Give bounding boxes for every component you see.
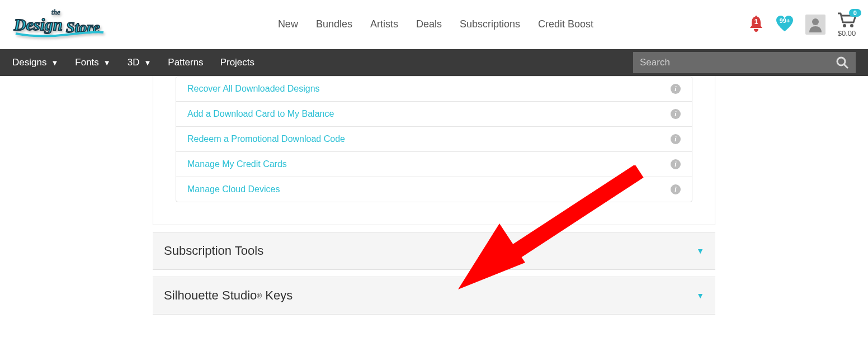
link-label: Manage My Credit Cards [187, 159, 287, 169]
nav-fonts-label: Fonts [75, 57, 99, 68]
search-input[interactable] [633, 52, 829, 73]
link-manage-cards[interactable]: Manage My Credit Cards i [176, 152, 692, 177]
primary-nav: New Bundles Artists Deals Subscriptions … [278, 18, 593, 30]
search-container [633, 52, 856, 73]
link-label: Redeem a Promotional Download Code [187, 134, 345, 144]
nav-designs[interactable]: Designs ▼ [12, 57, 58, 68]
accordion-header-studio-keys[interactable]: Silhouette Studio® Keys ▼ [153, 277, 715, 315]
link-label: Add a Download Card to My Balance [187, 109, 334, 119]
link-add-download-card[interactable]: Add a Download Card to My Balance i [176, 102, 692, 127]
secondary-nav: Designs ▼ Fonts ▼ 3D ▼ Patterns Projects [0, 49, 868, 76]
link-label: Recover All Downloaded Designs [187, 84, 320, 94]
favorites-badge: 99+ [780, 17, 790, 24]
svg-point-3 [812, 18, 819, 25]
svg-text:Design: Design [13, 15, 63, 34]
accordion-header-subscription-tools[interactable]: Subscription Tools ▼ [153, 232, 715, 270]
user-icon [808, 17, 823, 32]
chevron-down-icon: ▼ [696, 291, 704, 300]
nav-credit-boost[interactable]: Credit Boost [538, 18, 593, 30]
info-icon[interactable]: i [671, 84, 681, 94]
svg-point-4 [843, 24, 846, 27]
content-area: Recover All Downloaded Designs i Add a D… [153, 76, 715, 348]
user-account-button[interactable] [805, 15, 825, 35]
nav-projects-label: Projects [220, 57, 254, 68]
accordion-studio-keys: Silhouette Studio® Keys ▼ [153, 277, 715, 315]
nav-3d[interactable]: 3D ▼ [128, 57, 152, 68]
svg-point-6 [837, 58, 845, 65]
nav-patterns[interactable]: Patterns [168, 57, 203, 68]
svg-point-5 [850, 24, 853, 27]
logo[interactable]: the Design Store [11, 6, 123, 44]
nav-bundles[interactable]: Bundles [316, 18, 352, 30]
favorites-button[interactable]: 99+ [775, 15, 794, 34]
chevron-down-icon: ▼ [103, 59, 111, 67]
nav-designs-label: Designs [12, 57, 46, 68]
nav-deals[interactable]: Deals [416, 18, 442, 30]
links-list: Recover All Downloaded Designs i Add a D… [176, 76, 692, 202]
search-icon [836, 56, 848, 69]
main-header: the Design Store New Bundles Artists Dea… [0, 0, 868, 49]
accordion-title-main: Silhouette Studio [164, 288, 257, 302]
nav-fonts[interactable]: Fonts ▼ [75, 57, 110, 68]
design-store-logo: the Design Store [11, 6, 109, 44]
info-icon[interactable]: i [671, 109, 681, 119]
nav-3d-label: 3D [128, 57, 140, 68]
svg-line-7 [844, 64, 848, 68]
info-icon[interactable]: i [671, 184, 681, 194]
accordion-subscription-tools: Subscription Tools ▼ [153, 232, 715, 270]
accordion-title-suffix: Keys [262, 288, 293, 302]
info-icon[interactable]: i [671, 134, 681, 144]
accordion-title: Subscription Tools [164, 244, 263, 258]
cart-button[interactable]: 0 $0.00 [837, 11, 857, 37]
nav-subscriptions[interactable]: Subscriptions [460, 18, 520, 30]
settings-panel: Recover All Downloaded Designs i Add a D… [153, 76, 715, 225]
link-manage-cloud-devices[interactable]: Manage Cloud Devices i [176, 177, 692, 202]
header-actions: 1 99+ 0 $0.00 [748, 11, 857, 37]
nav-artists[interactable]: Artists [370, 18, 398, 30]
notifications-badge: 1 [754, 18, 758, 26]
accordion-title: Silhouette Studio® Keys [164, 288, 293, 303]
chevron-down-icon: ▼ [51, 59, 58, 67]
info-icon[interactable]: i [671, 159, 681, 169]
nav-projects[interactable]: Projects [220, 57, 254, 68]
cart-count-badge: 0 [849, 9, 861, 17]
registered-mark: ® [257, 292, 262, 300]
nav-patterns-label: Patterns [168, 57, 203, 68]
chevron-down-icon: ▼ [696, 246, 704, 255]
search-button[interactable] [829, 52, 856, 73]
link-label: Manage Cloud Devices [187, 184, 280, 194]
cart-total: $0.00 [838, 29, 856, 37]
nav-new[interactable]: New [278, 18, 298, 30]
chevron-down-icon: ▼ [144, 59, 151, 67]
link-recover-designs[interactable]: Recover All Downloaded Designs i [176, 77, 692, 102]
link-redeem-promo[interactable]: Redeem a Promotional Download Code i [176, 127, 692, 152]
notifications-button[interactable]: 1 [748, 15, 764, 35]
